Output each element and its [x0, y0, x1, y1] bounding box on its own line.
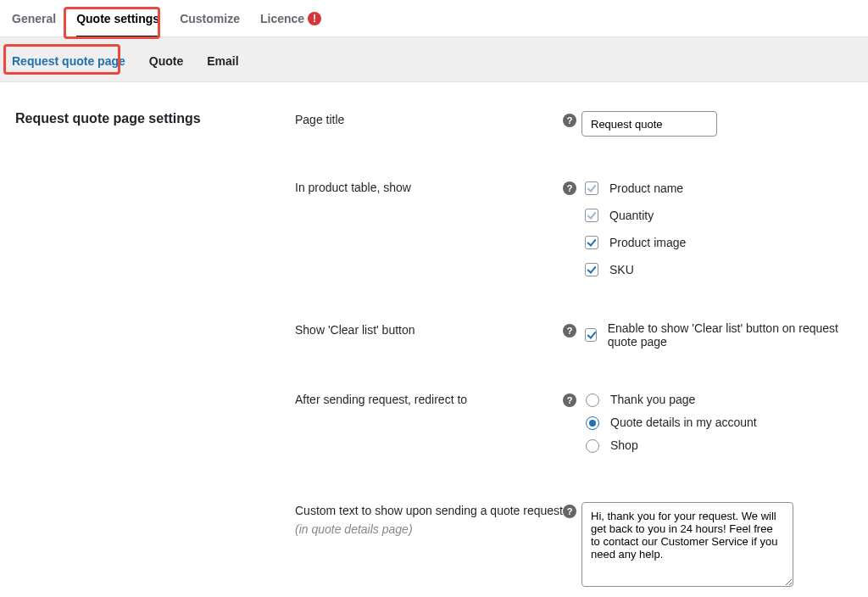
checkbox-label-quantity: Quantity [609, 209, 654, 222]
label-in-table-show: In product table, show [295, 179, 563, 194]
radio-label-quote-details: Quote details in my account [610, 416, 757, 429]
radio-label-thank-you: Thank you page [610, 393, 695, 406]
field-redirect: After sending request, redirect to ? Tha… [295, 391, 853, 460]
radio-label-shop: Shop [610, 438, 638, 452]
help-icon[interactable]: ? [563, 393, 576, 407]
tab-customize[interactable]: Customize [180, 0, 240, 37]
subtab-quote[interactable]: Quote [149, 53, 183, 70]
label-clear-list: Show 'Clear list' button [295, 321, 563, 337]
help-icon[interactable]: ? [563, 324, 576, 338]
warning-icon: ! [308, 12, 321, 25]
radio-shop[interactable] [586, 439, 599, 453]
field-clear-list: Show 'Clear list' button ? Enable to sho… [295, 321, 853, 349]
field-custom-text: Custom text to show upon sending a quote… [295, 502, 853, 589]
checkbox-clear-list[interactable] [585, 328, 597, 342]
checkbox-quantity[interactable] [585, 209, 598, 222]
primary-tabs: General Quote settings Customize Licence… [0, 0, 868, 37]
textarea-custom-text[interactable] [581, 502, 793, 587]
tab-licence-label: Licence [260, 0, 304, 37]
field-in-table-show: In product table, show ? Product name Qu… [295, 179, 853, 279]
checkbox-sku[interactable] [585, 263, 598, 276]
field-page-title: Page title ? [295, 111, 853, 137]
help-icon[interactable]: ? [563, 181, 576, 195]
tab-quote-settings[interactable]: Quote settings [76, 0, 159, 37]
tab-licence[interactable]: Licence ! [260, 0, 321, 37]
label-redirect: After sending request, redirect to [295, 391, 563, 406]
sub-tabs: Request quote page Quote Email [0, 37, 868, 82]
subtab-request-quote-page[interactable]: Request quote page [12, 53, 125, 70]
radio-thank-you[interactable] [586, 393, 599, 407]
checkbox-product-image[interactable] [585, 236, 598, 249]
radio-quote-details[interactable] [586, 416, 599, 430]
label-custom-text: Custom text to show upon sending a quote… [295, 504, 563, 517]
tab-general[interactable]: General [12, 0, 56, 37]
checkbox-label-clear-list: Enable to show 'Clear list' button on re… [608, 321, 853, 349]
help-icon[interactable]: ? [563, 114, 576, 127]
sublabel-custom-text: (in quote details page) [295, 522, 563, 536]
checkbox-label-product-name: Product name [609, 181, 683, 195]
help-icon[interactable]: ? [563, 505, 576, 518]
checkbox-label-product-image: Product image [609, 236, 686, 249]
input-page-title[interactable] [581, 111, 717, 137]
section-title: Request quote page settings [15, 111, 295, 597]
label-page-title: Page title [295, 111, 563, 126]
subtab-email[interactable]: Email [207, 53, 238, 70]
checkbox-product-name[interactable] [585, 181, 598, 195]
checkbox-label-sku: SKU [609, 263, 634, 276]
